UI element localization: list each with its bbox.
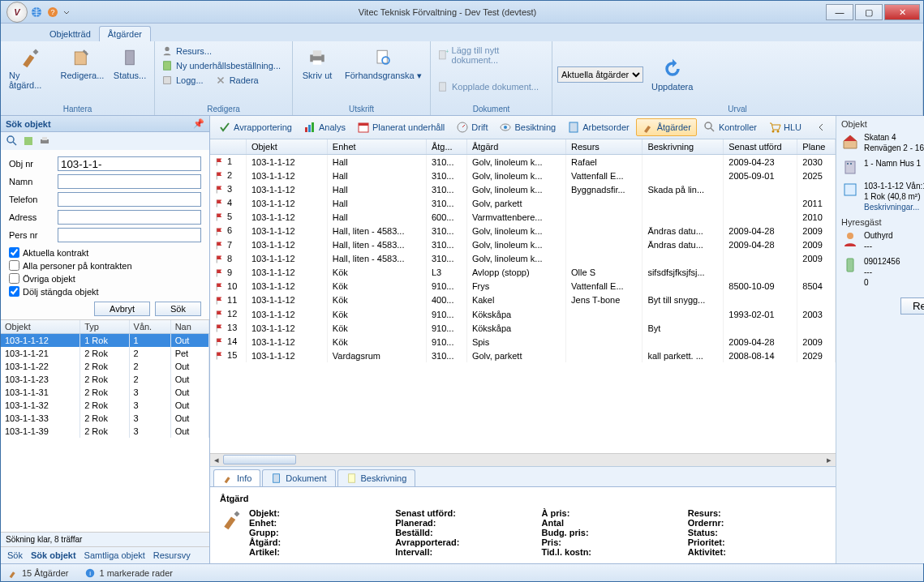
grid-row[interactable]: 12103-1-1-12Kök910...Kökskåpa1993-02-012… [210,307,836,321]
objnr-input[interactable] [58,156,201,171]
svg-point-5 [165,47,169,51]
skriv-ut-button[interactable]: Skriv ut [298,45,337,105]
svg-rect-39 [847,259,853,272]
result-row[interactable]: 103-1-1-322 Rok3Out [1,399,209,412]
tool-planerat[interactable]: Planerat underhåll [352,119,449,135]
grid-row[interactable]: 6103-1-1-12Hall, liten - 4583...310...Go… [210,224,836,238]
tab-atgarder[interactable]: Åtgärder [99,26,151,41]
pin-icon[interactable]: 📌 [193,118,204,129]
tool-avrapportering[interactable]: Avrapportering [213,119,297,135]
grid-row[interactable]: 14103-1-1-12Kök910...Spis2009-04-282009 [210,335,836,349]
detail-tab-beskrivning[interactable]: Beskrivning [337,469,416,486]
sok-button[interactable]: Sök [155,302,201,316]
avbryt-button[interactable]: Avbryt [94,302,150,316]
alla-checkbox[interactable]: Alla personer på kontrakten [9,260,201,271]
tenant-icon [841,230,859,248]
beskrivningar-link[interactable]: Beskrivningar... [864,202,924,212]
scroll-right-icon[interactable]: ▸ [823,454,836,465]
logg-button[interactable]: Logg... [160,74,205,87]
scroll-left-icon[interactable]: ◂ [210,454,223,465]
clear-icon[interactable] [22,135,35,148]
rp-redigera-button[interactable]: Redigera [900,297,924,315]
grid-row[interactable]: 13103-1-1-12Kök910...KökskåpaByt [210,321,836,335]
main-grid[interactable]: Objekt Enhet Åtg... Åtgärd Resurs Beskri… [210,139,836,453]
flag-icon [215,199,225,208]
magnifier-icon[interactable] [6,135,19,148]
forhandsgranska-button[interactable]: Förhandsgranska ▾ [342,45,425,105]
radera-button[interactable]: Radera [213,74,260,87]
underhall-button[interactable]: Ny underhållsbeställning... [160,59,282,72]
tool-analys[interactable]: Analys [299,119,350,135]
app-logo[interactable]: V [4,1,30,24]
grid-row[interactable]: 10103-1-1-12Kök910...FrysVattenfall E...… [210,280,836,293]
tool-hlu[interactable]: HLU [763,119,806,135]
ovriga-checkbox[interactable]: Övriga objekt [9,273,201,284]
grid-row[interactable]: 4103-1-1-12Hall310...Golv, parkett2011 [210,196,836,210]
adress-input[interactable] [58,210,201,225]
tool-arbetsorder[interactable]: Arbetsorder [562,119,634,135]
check-icon [218,121,231,134]
persnr-input[interactable] [58,228,201,242]
result-row[interactable]: 103-1-1-392 Rok3Out [1,425,209,438]
grid-row[interactable]: 3103-1-1-12Hall310...Golv, linoleum k...… [210,182,836,196]
tab-objekttrad[interactable]: Objektträd [41,27,99,41]
horizontal-scrollbar[interactable]: ◂ ▸ [210,453,836,466]
grid-row[interactable]: 7103-1-1-12Hall, liten - 4583...310...Go… [210,238,836,252]
tool-overflow[interactable] [810,119,832,135]
bottom-tab-samtliga[interactable]: Samtliga objekt [84,550,145,560]
results-table[interactable]: Objekt Typ Vån. Nan 103-1-1-121 Rok1Out1… [1,320,209,532]
grid-row[interactable]: 1103-1-1-12Hall310...Golv, linoleum k...… [210,155,836,169]
maximize-button[interactable]: ▢ [855,4,883,20]
svg-point-38 [847,233,853,239]
scroll-thumb[interactable] [223,455,296,464]
result-row[interactable]: 103-1-1-232 Rok2Out [1,373,209,386]
result-row[interactable]: 103-1-1-121 Rok1Out [1,334,209,348]
grid-row[interactable]: 11103-1-1-12Kök400...KakelJens T-boneByt… [210,293,836,307]
uppdatera-button[interactable]: Uppdatera [648,56,696,93]
detail-tab-dokument[interactable]: Dokument [262,469,335,486]
lagg-dokument-button[interactable]: +Lägg till nytt dokument... [436,45,547,66]
svg-rect-32 [273,474,280,483]
bottom-tab-sokobj[interactable]: Sök objekt [31,550,76,560]
tool-kontroller[interactable]: Kontroller [698,119,762,135]
tool-besiktning[interactable]: Besiktning [494,119,561,135]
cart-icon [768,121,781,134]
kopplade-dokument-button[interactable]: Kopplade dokument... [436,80,547,93]
brush-tab-icon [222,473,234,484]
bottom-tab-sok[interactable]: Sök [7,550,23,560]
grid-row[interactable]: 15103-1-1-12Vardagsrum310...Golv, parket… [210,349,836,362]
resurs-button[interactable]: Resurs... [160,45,282,58]
qat-dropdown-icon[interactable] [62,6,71,19]
qat-help-icon[interactable]: ? [46,6,59,19]
redigera-button[interactable]: Redigera... [59,45,105,105]
rp-hyresgast-title: Hyresgäst [841,217,924,227]
dolj-checkbox[interactable]: Dölj stängda objekt [9,286,201,297]
tool-drift[interactable]: Drift [451,119,492,135]
tool-row: Avrapportering Analys Planerat underhåll… [210,116,836,139]
telefon-input[interactable] [58,192,201,207]
detail-tab-info[interactable]: Info [213,469,260,486]
ribbon: Ny åtgärd... Redigera... Status... Hante… [1,41,923,116]
aktuella-checkbox[interactable]: Aktuella kontrakt [9,247,201,258]
qat-globe-icon[interactable] [30,6,43,19]
bottom-tab-resursvy[interactable]: Resursvy [153,550,191,560]
print-icon[interactable] [38,135,51,148]
log-icon [161,75,173,86]
grid-row[interactable]: 8103-1-1-12Hall, liten - 4583...310...Go… [210,252,836,266]
result-row[interactable]: 103-1-1-312 Rok3Out [1,386,209,399]
result-row[interactable]: 103-1-1-222 Rok2Out [1,360,209,373]
result-row[interactable]: 103-1-1-212 Rok2Pet [1,347,209,360]
grid-row[interactable]: 9103-1-1-12KökL3Avlopp (stopp)Olle Ssifs… [210,266,836,280]
urval-select[interactable]: Aktuella åtgärder [557,66,643,83]
grid-row[interactable]: 5103-1-1-12Hall600...Varmvattenbere...20… [210,210,836,224]
close-button[interactable]: ✕ [884,4,920,20]
ny-atgard-button[interactable]: Ny åtgärd... [6,45,54,105]
minimize-button[interactable]: — [826,4,853,20]
building-icon [841,158,859,176]
grid-row[interactable]: 2103-1-1-12Hall310...Golv, linoleum k...… [210,169,836,182]
svg-rect-17 [24,137,32,145]
namn-input[interactable] [58,174,201,189]
status-button[interactable]: Status... [110,45,149,105]
tool-atgarder[interactable]: Åtgärder [636,118,697,136]
result-row[interactable]: 103-1-1-332 Rok3Out [1,412,209,425]
